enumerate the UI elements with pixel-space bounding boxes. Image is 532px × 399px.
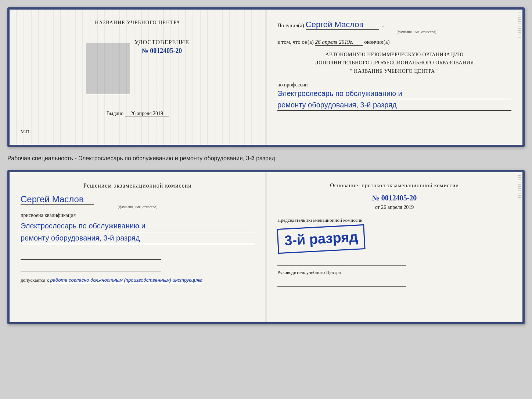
qualification-label: присвоена квалификация [21, 213, 255, 218]
qualification-line1: Электрослесарь по обслуживанию и [21, 220, 255, 232]
chairman-sign-line [277, 257, 406, 266]
received-name: Сергей Маслов [306, 20, 379, 30]
photo-placeholder [86, 43, 130, 94]
description-text: Рабочая специальность - Электрослесарь п… [7, 154, 525, 163]
date-suffix: окончил(а) [364, 39, 389, 45]
date-block: в том, что он(а) 26 апреля 2019г. окончи… [277, 39, 511, 46]
person-name2: Сергей Маслов [21, 194, 94, 205]
sign-line-2 [21, 263, 161, 271]
cert-card-2: Решением экзаменационной комиссии Сергей… [7, 170, 525, 324]
protocol-number: № 0012405-20 [277, 194, 511, 202]
decision-title: Решением экзаменационной комиссии [21, 182, 255, 189]
admit-value: работе согласно должностным (производств… [50, 277, 202, 283]
basis-title: Основание: протокол экзаменационной коми… [277, 182, 511, 189]
received-block: Получил(а) Сергей Маслов – (фамилия, имя… [277, 20, 511, 34]
profession-line2: ремонту оборудования, 3-й разряд [277, 99, 511, 111]
cert2-left-panel: Решением экзаменационной комиссии Сергей… [10, 172, 266, 322]
dash-separator: – [382, 24, 384, 28]
date-prefix: в том, что он(а) [277, 39, 314, 45]
org-line1: АВТОНОМНУЮ НЕКОММЕРЧЕСКУЮ ОРГАНИЗАЦИЮ [277, 51, 511, 59]
signature-lines [21, 251, 255, 271]
head-sign-line [277, 278, 406, 287]
org-line3: " НАЗВАНИЕ УЧЕБНОГО ЦЕНТРА " [277, 67, 511, 75]
cert-number: № 0012405-20 [134, 47, 189, 55]
mp-label: М.П. [21, 129, 30, 135]
stamp: 3-й разряд [277, 224, 366, 254]
qualification-line2: ремонту оборудования, 3-й разряд [21, 232, 255, 244]
issued-date: 26 апреля 2019 [125, 111, 169, 117]
cert2-right-panel: Основание: протокол экзаменационной коми… [266, 172, 522, 322]
profession-block: по профессии Электрослесарь по обслужива… [277, 81, 511, 111]
profession-label: по профессии [277, 82, 511, 88]
stamp-main: 3-й разряд [284, 229, 358, 249]
name-subtitle: (фамилия, имя, отчество) [321, 30, 511, 34]
protocol-date: от 26 апреля 2019 [277, 204, 511, 210]
protocol-date-value: 26 апреля 2019 [381, 204, 414, 210]
org-block: АВТОНОМНУЮ НЕКОММЕРЧЕСКУЮ ОРГАНИЗАЦИЮ ДО… [277, 51, 511, 75]
cert-title-block: УДОСТОВЕРЕНИЕ № 0012405-20 [134, 39, 189, 55]
issued-label: Выдано [106, 111, 123, 116]
cert-card-1: НАЗВАНИЕ УЧЕБНОГО ЦЕНТРА УДОСТОВЕРЕНИЕ №… [7, 7, 525, 147]
right-decoration [516, 10, 522, 145]
admit-block: допускается к работе согласно должностны… [21, 277, 255, 283]
org-line2: ДОПОЛНИТЕЛЬНОГО ПРОФЕССИОНАЛЬНОГО ОБРАЗО… [277, 59, 511, 67]
right-decoration-2 [516, 172, 522, 322]
cert-left-panel: НАЗВАНИЕ УЧЕБНОГО ЦЕНТРА УДОСТОВЕРЕНИЕ №… [10, 10, 266, 145]
page-container: НАЗВАНИЕ УЧЕБНОГО ЦЕНТРА УДОСТОВЕРЕНИЕ №… [7, 7, 525, 324]
profession-line1: Электрослесарь по обслуживанию и [277, 88, 511, 99]
cert-title: УДОСТОВЕРЕНИЕ [134, 39, 189, 46]
cert-issued: Выдано 26 апреля 2019 [106, 111, 169, 117]
name-subtitle2: (фамилия, имя, отчество) [21, 205, 255, 209]
protocol-date-prefix: от [375, 204, 380, 210]
chairman-label: Председатель экзаменационной комиссии [277, 217, 511, 224]
person-block: Сергей Маслов (фамилия, имя, отчество) [21, 194, 255, 209]
head-label: Руководитель учебного Центра [277, 269, 511, 276]
cert-right-panel: Получил(а) Сергей Маслов – (фамилия, имя… [266, 10, 522, 145]
org-name-top: НАЗВАНИЕ УЧЕБНОГО ЦЕНТРА [95, 20, 180, 26]
received-label: Получил(а) [277, 22, 304, 28]
admit-label-text: допускается к [21, 277, 49, 283]
date-value: 26 апреля 2019г. [315, 39, 363, 46]
sign-line-1 [21, 251, 161, 260]
chairman-block: Председатель экзаменационной комиссии 3-… [277, 217, 511, 266]
